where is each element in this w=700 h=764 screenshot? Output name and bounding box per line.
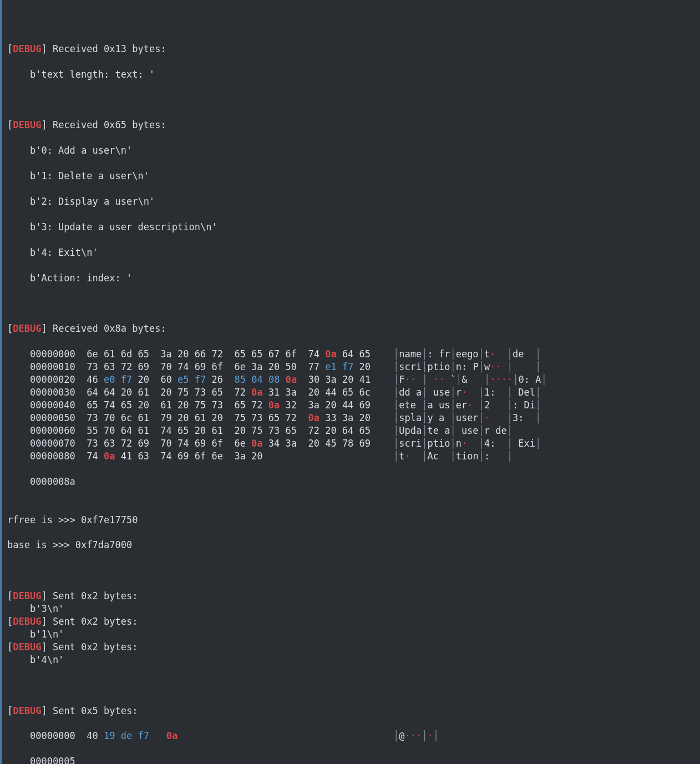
debug-log-line: [DEBUG] Sent 0x2 bytes: [7,641,694,654]
debug-log-body: b'text length: text: ' [7,68,694,81]
script-output: rfree is >>> 0xf7e17750 [7,514,694,527]
debug-log-line: [DEBUG] Sent 0x2 bytes: [7,590,694,603]
debug-log-body: b'Action: index: ' [7,272,694,285]
debug-log-body: b'4\n' [7,654,694,666]
hexdump-row: 00000020 46 e0 f7 20 60 e5 f7 26 85 04 0… [7,373,694,386]
hexdump-row: 00000070 73 63 72 69 70 74 69 6f 6e 0a 3… [7,437,694,450]
hexdump-row: 00000060 55 70 64 61 74 65 20 61 20 75 7… [7,424,694,437]
hexdump-tail: 00000005 [7,755,694,764]
terminal-output: [DEBUG] Received 0x13 bytes: b'text leng… [0,0,700,764]
hexdump-block: 00000000 6e 61 6d 65 3a 20 66 72 65 65 6… [7,348,694,462]
hexdump-row: 00000000 40 19 de f7 0a │@···│·│ [7,730,694,742]
debug-log-body: b'3: Update a user description\n' [7,221,694,234]
hexdump-row: 00000010 73 63 72 69 70 74 69 6f 6e 3a 2… [7,361,694,373]
debug-log-body: b'3\n' [7,603,694,615]
debug-log-line: [DEBUG] Received 0x8a bytes: [7,322,694,335]
sent-block: [DEBUG] Sent 0x2 bytes: b'3\n'[DEBUG] Se… [7,590,694,666]
debug-log-body: b'0: Add a user\n' [7,144,694,157]
debug-log-body: b'4: Exit\n' [7,246,694,259]
script-output: base is >>> 0xf7da7000 [7,539,694,552]
hexdump-row: 00000050 73 70 6c 61 79 20 61 20 75 73 6… [7,412,694,424]
debug-log-line: [DEBUG] Received 0x13 bytes: [7,43,694,55]
hexdump-tail: 0000008a [7,475,694,488]
hexdump-row: 00000000 6e 61 6d 65 3a 20 66 72 65 65 6… [7,348,694,361]
debug-log-line: [DEBUG] Sent 0x5 bytes: [7,705,694,717]
hexdump-row: 00000030 64 64 20 61 20 75 73 65 72 0a 3… [7,386,694,399]
debug-log-body: b'1\n' [7,628,694,641]
hexdump-row: 00000040 65 74 65 20 61 20 75 73 65 72 0… [7,399,694,412]
debug-log-body: b'2: Display a user\n' [7,195,694,208]
hexdump-row: 00000080 74 0a 41 63 74 69 6f 6e 3a 20 │… [7,450,694,463]
debug-log-line: [DEBUG] Received 0x65 bytes: [7,119,694,131]
debug-log-body: b'1: Delete a user\n' [7,170,694,183]
debug-log-line: [DEBUG] Sent 0x2 bytes: [7,615,694,628]
